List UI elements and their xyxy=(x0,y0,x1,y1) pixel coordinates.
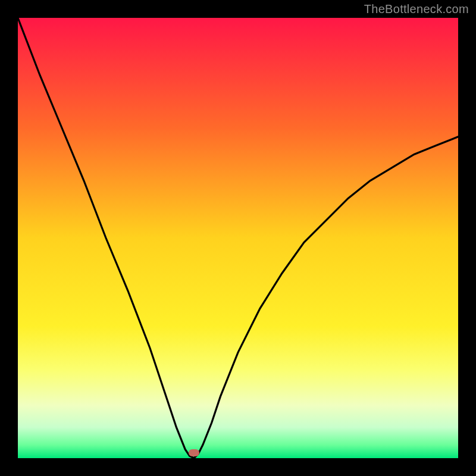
curve-svg xyxy=(18,18,458,458)
chart-frame: TheBottleneck.com xyxy=(0,0,476,476)
watermark-text: TheBottleneck.com xyxy=(364,2,469,16)
plot-area xyxy=(18,18,458,458)
bottleneck-curve xyxy=(18,18,458,458)
minimum-marker xyxy=(189,449,199,456)
